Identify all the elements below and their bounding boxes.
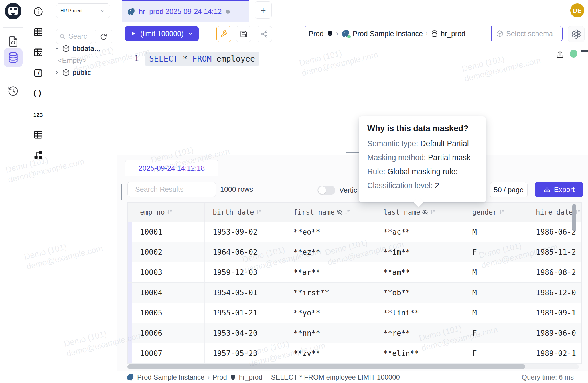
cell-first_name[interactable]: **nn** [285, 323, 375, 343]
row-gutter[interactable] [128, 262, 132, 282]
history-icon[interactable] [6, 84, 20, 98]
vertical-split-handle[interactable] [121, 184, 125, 200]
row-gutter[interactable] [128, 303, 132, 323]
editor-minimap[interactable] [581, 45, 588, 150]
add-tab-button[interactable]: + [255, 1, 272, 19]
save-button[interactable] [236, 26, 251, 42]
page-size-selector[interactable]: 50 / page [490, 182, 528, 197]
cell-gender[interactable]: M [464, 222, 528, 242]
results-search-input[interactable] [135, 185, 228, 194]
sort-icon[interactable] [430, 209, 436, 215]
cell-hire_date[interactable]: 1989-02-1 [528, 343, 582, 363]
row-gutter[interactable] [128, 323, 132, 343]
cell-gender[interactable]: F [464, 323, 528, 343]
cell-last_name[interactable]: **lini** [375, 303, 464, 323]
status-environment[interactable]: Prod [212, 373, 227, 381]
sort-icon[interactable] [167, 209, 173, 215]
cell-birth_date[interactable]: 1964-06-02 [205, 242, 285, 262]
cell-last_name[interactable]: **am** [375, 262, 464, 282]
vertical-display-toggle[interactable] [317, 186, 335, 195]
cell-last_name[interactable]: **ac** [375, 222, 464, 242]
column-header-birth_date[interactable]: birth_date [205, 203, 285, 222]
row-gutter[interactable] [128, 283, 132, 303]
cell-emp_no[interactable]: 10004 [132, 283, 205, 303]
cell-last_name[interactable]: **elin** [375, 343, 464, 363]
cell-hire_date[interactable]: 1986-08-2 [528, 262, 582, 282]
avatar[interactable]: DE [570, 3, 584, 17]
share-button[interactable] [257, 26, 272, 42]
worksheet-tab-active[interactable]: hr_prod 2025-09-24 14:12 [122, 0, 249, 22]
upload-icon[interactable] [556, 50, 564, 59]
cell-hire_date[interactable]: 1989-09-1 [528, 303, 582, 323]
cell-gender[interactable]: M [464, 283, 528, 303]
cell-emp_no[interactable]: 10001 [132, 222, 205, 242]
cell-gender[interactable]: F [464, 343, 528, 363]
cell-last_name[interactable]: **im** [375, 242, 464, 262]
tables-icon[interactable] [31, 25, 45, 39]
views-icon[interactable] [31, 128, 45, 142]
status-database[interactable]: hr_prod [239, 373, 263, 381]
cell-emp_no[interactable]: 10007 [132, 343, 205, 363]
sort-icon[interactable] [256, 209, 262, 215]
procedures-icon[interactable]: () [31, 86, 45, 100]
worksheet-icon[interactable] [6, 35, 20, 48]
table-vertical-scrollbar[interactable] [572, 204, 576, 231]
cell-gender[interactable]: M [464, 262, 528, 282]
cell-last_name[interactable]: **re** [375, 323, 464, 343]
refresh-button[interactable] [95, 29, 112, 44]
cell-gender[interactable]: M [464, 303, 528, 323]
cell-first_name[interactable]: **ar** [285, 262, 375, 282]
functions-icon[interactable]: f [31, 66, 45, 80]
cell-last_name[interactable]: **ob** [375, 283, 464, 303]
cell-emp_no[interactable]: 10005 [132, 303, 205, 323]
ai-assistant-button[interactable] [568, 26, 585, 42]
export-button[interactable]: Export [535, 182, 583, 197]
cell-birth_date[interactable]: 1954-05-01 [205, 283, 285, 303]
connection-context[interactable]: Prod › Prod Sample Instance › [304, 26, 492, 41]
column-header-first_name[interactable]: first_name [285, 203, 375, 222]
tree-search-input[interactable] [68, 32, 89, 41]
cell-first_name[interactable]: **eo** [285, 222, 375, 242]
cell-emp_no[interactable]: 10002 [132, 242, 205, 262]
column-header-emp_no[interactable]: emp_no [132, 203, 205, 222]
external-tables-icon[interactable] [31, 46, 45, 59]
sql-line[interactable]: SELECT * FROM employee [145, 52, 259, 66]
cell-birth_date[interactable]: 1959-12-03 [205, 262, 285, 282]
cell-birth_date[interactable]: 1955-01-21 [205, 303, 285, 323]
column-header-gender[interactable]: gender [464, 203, 528, 222]
cell-birth_date[interactable]: 1953-09-02 [205, 222, 285, 242]
row-gutter[interactable] [128, 242, 132, 262]
sort-icon[interactable] [499, 209, 505, 215]
cell-emp_no[interactable]: 10003 [132, 262, 205, 282]
bytebase-logo-icon[interactable] [5, 3, 21, 19]
horizontal-split-handle[interactable] [346, 151, 359, 154]
cell-emp_no[interactable]: 10006 [132, 323, 205, 343]
cell-hire_date[interactable]: 1986-12-0 [528, 283, 582, 303]
table-horizontal-scrollbar[interactable] [127, 364, 525, 369]
row-gutter[interactable] [128, 343, 132, 363]
cell-first_name[interactable]: **yo** [285, 303, 375, 323]
cell-hire_date[interactable]: 1985-11-2 [528, 242, 582, 262]
schema-diagram-icon[interactable] [31, 148, 45, 162]
project-selector[interactable]: HR Project [56, 3, 110, 18]
row-gutter[interactable] [128, 222, 132, 242]
cell-first_name[interactable]: **ez** [285, 242, 375, 262]
cell-birth_date[interactable]: 1957-05-23 [205, 343, 285, 363]
info-icon[interactable] [31, 5, 45, 19]
cell-hire_date[interactable]: 1989-06-0 [528, 323, 582, 343]
tree-node-schema[interactable]: bbdata... [54, 42, 100, 54]
schema-selector[interactable]: Select schema [492, 26, 557, 41]
cell-first_name[interactable]: **irst** [285, 283, 375, 303]
result-set-tab[interactable]: 2025-09-24 14:12:18 [125, 160, 218, 176]
sequences-icon[interactable]: 123 [31, 107, 45, 121]
cell-gender[interactable]: F [464, 242, 528, 262]
tree-node-public[interactable]: public [54, 66, 91, 78]
status-instance[interactable]: Prod Sample Instance [137, 373, 204, 381]
database-panel-icon[interactable] [4, 48, 23, 67]
sort-icon[interactable] [344, 209, 350, 215]
cell-birth_date[interactable]: 1953-04-20 [205, 323, 285, 343]
run-query-button[interactable]: (limit 100000) [125, 26, 199, 41]
format-sql-button[interactable] [216, 26, 231, 42]
sql-editor[interactable]: 1 SELECT * FROM employee [117, 45, 588, 150]
cell-first_name[interactable]: **zv** [285, 343, 375, 363]
